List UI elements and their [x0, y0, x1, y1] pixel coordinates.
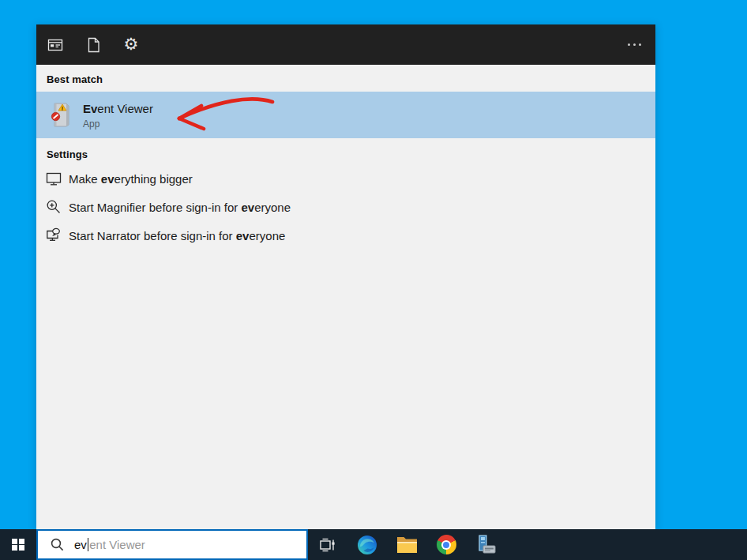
- search-suggestion-text: ent Viewer: [89, 538, 145, 551]
- display-icon: [45, 171, 62, 187]
- chrome-taskbar-button[interactable]: [426, 529, 466, 560]
- windows-desktop: { "colors": { "desktop_background": "#00…: [0, 0, 747, 560]
- search-text: event Viewer: [74, 538, 145, 551]
- search-filter-bar: ⚙: [36, 24, 655, 65]
- result-label: Make everything bigger: [69, 172, 193, 186]
- chrome-icon: [437, 535, 456, 554]
- best-match-result-event-viewer[interactable]: Event Viewer App: [36, 92, 655, 138]
- result-start-narrator[interactable]: Start Narrator before sign-in for everyo…: [36, 221, 655, 250]
- windows-start-icon: [12, 539, 24, 551]
- taskbar-search-input[interactable]: event Viewer: [36, 529, 308, 560]
- task-view-icon: [319, 537, 336, 553]
- settings-header: Settings: [36, 138, 655, 164]
- apps-filter-icon[interactable]: [47, 37, 63, 53]
- file-explorer-taskbar-button[interactable]: [387, 529, 426, 560]
- computer-taskbar-button[interactable]: [466, 529, 505, 560]
- best-match-title: Event Viewer: [83, 101, 153, 116]
- best-match-header: Best match: [36, 65, 655, 92]
- best-match-subtitle: App: [83, 118, 153, 130]
- documents-filter-icon[interactable]: [85, 37, 101, 53]
- computer-icon: [475, 535, 497, 554]
- magnifier-icon: [45, 199, 62, 216]
- search-flyout-panel: ⚙ Best match Event Viewer App Settings: [36, 24, 655, 529]
- search-icon: [51, 538, 64, 551]
- gear-glyph: ⚙: [124, 36, 139, 53]
- result-start-magnifier[interactable]: Start Magnifier before sign-in for every…: [36, 193, 655, 221]
- result-label: Start Narrator before sign-in for everyo…: [69, 229, 285, 242]
- edge-taskbar-button[interactable]: [347, 529, 387, 560]
- taskbar: event Viewer: [0, 529, 747, 560]
- text-caret: [88, 538, 88, 551]
- best-match-text: Event Viewer App: [83, 101, 153, 130]
- start-button[interactable]: [0, 529, 36, 560]
- file-explorer-icon: [396, 536, 418, 554]
- task-view-button[interactable]: [308, 529, 347, 560]
- search-typed-text: ev: [74, 538, 87, 551]
- more-options-icon[interactable]: [626, 39, 643, 51]
- result-label: Start Magnifier before sign-in for every…: [69, 201, 291, 214]
- result-make-everything-bigger[interactable]: Make everything bigger: [36, 164, 655, 193]
- settings-filter-icon[interactable]: ⚙: [123, 37, 139, 53]
- event-viewer-app-icon: [47, 101, 73, 129]
- narrator-icon: [45, 227, 62, 244]
- edge-icon: [357, 535, 377, 555]
